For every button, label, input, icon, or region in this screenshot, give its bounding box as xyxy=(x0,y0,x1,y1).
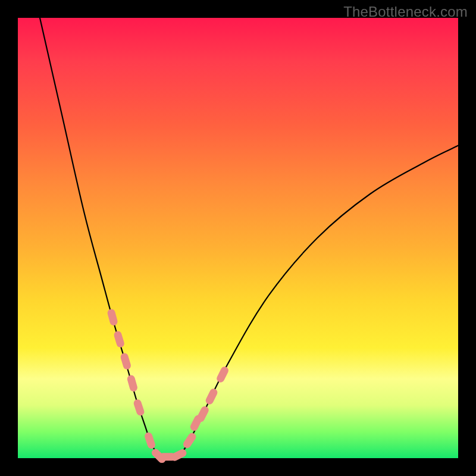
highlight-marker xyxy=(120,352,131,371)
highlight-marker xyxy=(107,308,118,326)
highlight-marker xyxy=(181,431,197,450)
chart-svg xyxy=(18,18,458,458)
highlight-marker xyxy=(143,431,156,450)
highlight-marker xyxy=(133,399,145,417)
highlight-marker xyxy=(113,330,125,349)
highlight-marker xyxy=(126,374,138,392)
plot-area xyxy=(18,18,458,458)
chart-frame: TheBottleneck.com xyxy=(0,0,476,476)
highlight-marker xyxy=(205,387,219,406)
highlight-marker xyxy=(215,365,230,384)
bottleneck-curve xyxy=(40,18,458,459)
highlight-markers xyxy=(107,308,230,465)
